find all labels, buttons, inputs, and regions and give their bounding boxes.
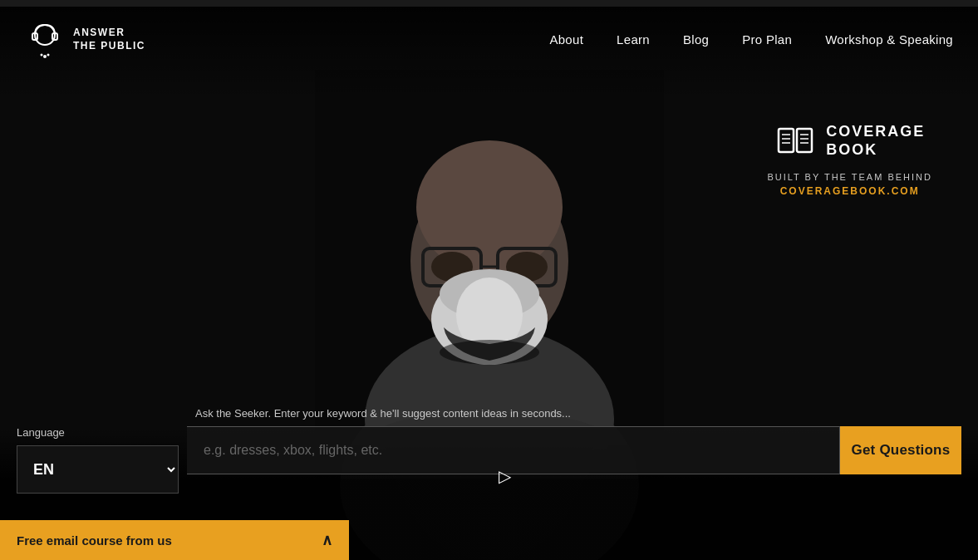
svg-rect-21 [779, 129, 794, 152]
svg-rect-22 [797, 129, 812, 152]
get-questions-button[interactable]: Get Questions [840, 426, 961, 474]
svg-point-18 [41, 53, 43, 56]
nav-links: About Learn Blog Pro Plan Workshop & Spe… [549, 32, 953, 47]
coverage-logo: COVERAGE BOOK [767, 120, 932, 162]
top-bar [0, 0, 978, 7]
coverage-book-card: COVERAGE BOOK BUILT BY THE TEAM BEHIND C… [767, 120, 932, 197]
logo-text: ANSWER THE PUBLIC [73, 27, 145, 52]
search-row: Language EN DE FR ES Get Questions [17, 426, 961, 494]
logo-icon [25, 20, 65, 60]
coverage-book-icon [774, 120, 816, 162]
language-container: Language EN DE FR ES [17, 426, 179, 494]
svg-point-14 [440, 340, 539, 365]
logo[interactable]: ANSWER THE PUBLIC [25, 20, 145, 60]
language-label: Language [17, 426, 179, 439]
search-area: Ask the Seeker. Enter your keyword & he'… [0, 407, 978, 494]
nav-pro-plan[interactable]: Pro Plan [742, 32, 792, 47]
coverage-link[interactable]: COVERAGEBOOK.COM [767, 185, 932, 197]
search-input[interactable] [187, 426, 840, 474]
cursor: ▷ [499, 466, 509, 481]
nav-workshop[interactable]: Workshop & Speaking [825, 32, 953, 47]
search-hint: Ask the Seeker. Enter your keyword & he'… [195, 407, 961, 420]
language-select[interactable]: EN DE FR ES [17, 445, 179, 494]
main-navigation: ANSWER THE PUBLIC About Learn Blog Pro P… [0, 0, 978, 79]
svg-point-19 [43, 55, 47, 58]
nav-about[interactable]: About [549, 32, 583, 47]
nav-blog[interactable]: Blog [683, 32, 709, 47]
svg-point-5 [416, 140, 563, 273]
email-banner-text: Free email course from us [17, 533, 172, 548]
nav-learn[interactable]: Learn [617, 32, 650, 47]
svg-point-20 [47, 53, 50, 56]
email-banner-chevron-up-icon: ∧ [322, 531, 332, 549]
coverage-book-title: COVERAGE BOOK [826, 123, 925, 159]
email-course-banner[interactable]: Free email course from us ∧ [0, 520, 349, 560]
coverage-subtitle: BUILT BY THE TEAM BEHIND [767, 172, 932, 182]
